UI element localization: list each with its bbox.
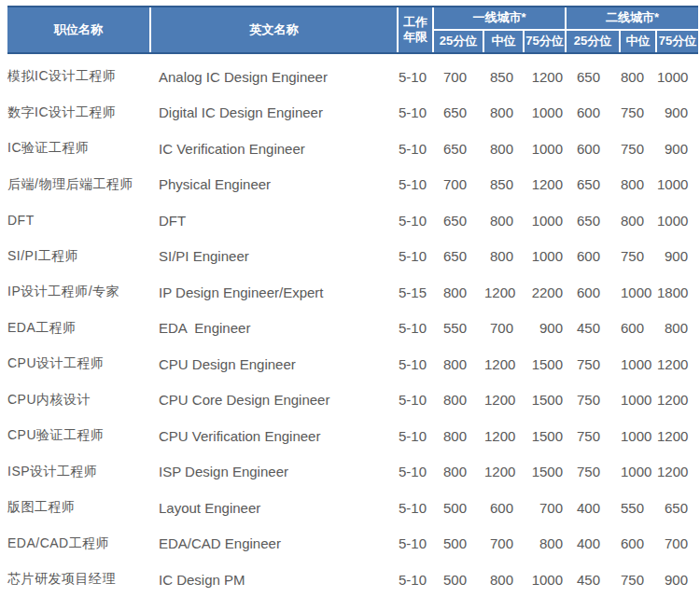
tier1-p25-cell: 650 bbox=[434, 248, 483, 264]
table-row: ISP设计工程师 ISP Design Engineer 5-10 800 12… bbox=[7, 454, 698, 491]
tier2-p75-cell: 900 bbox=[657, 141, 698, 157]
tier1-p75-cell: 1500 bbox=[525, 356, 565, 372]
tier1-p25-header: 25分位 bbox=[434, 31, 483, 52]
tier2-p25-cell: 600 bbox=[567, 248, 619, 264]
job-title-en-cell: ISP Design Engineer bbox=[151, 464, 397, 479]
tier2-p75-cell: 1200 bbox=[657, 464, 698, 479]
tier1-p25-cell: 800 bbox=[434, 464, 483, 479]
tier1-p25-cell: 800 bbox=[434, 285, 483, 300]
job-title-cn-cell: SI/PI工程师 bbox=[7, 248, 149, 265]
job-title-en-cell: EDA/CAD Engineer bbox=[151, 535, 397, 551]
tier2-median-cell: 1000 bbox=[621, 356, 655, 372]
tier2-p25-cell: 650 bbox=[567, 213, 619, 229]
table-row: IC验证工程师 IC Verification Engineer 5-10 65… bbox=[7, 131, 698, 167]
tier2-median-cell: 1000 bbox=[621, 285, 655, 300]
table-row: 芯片研发项目经理 IC Design PM 5-10 500 800 1000 … bbox=[7, 562, 698, 597]
tier1-median-cell: 600 bbox=[484, 500, 523, 516]
job-title-cn-cell: IP设计工程师/专家 bbox=[7, 284, 149, 300]
tier1-median-cell: 700 bbox=[484, 320, 523, 336]
job-title-cn-cell: CPU设计工程师 bbox=[7, 355, 149, 372]
header-work-years-line1: 工作 bbox=[403, 15, 427, 30]
job-title-cn-cell: DFT bbox=[7, 213, 149, 228]
tier2-p75-header: 75分位 bbox=[657, 31, 698, 52]
tier2-median-cell: 750 bbox=[621, 141, 655, 157]
tier2-p75-cell: 1200 bbox=[657, 392, 698, 408]
tier1-p75-cell: 1000 bbox=[525, 141, 565, 157]
tier2-p25-cell: 650 bbox=[567, 69, 619, 85]
tier2-p75-cell: 1000 bbox=[657, 176, 698, 192]
job-title-cn-cell: IC验证工程师 bbox=[7, 140, 149, 157]
job-title-cn-cell: ISP设计工程师 bbox=[7, 464, 149, 480]
table-row: IP设计工程师/专家 IP Design Engineer/Expert 5-1… bbox=[7, 274, 698, 311]
tier2-median-cell: 750 bbox=[621, 572, 655, 588]
tier1-p75-cell: 1200 bbox=[525, 69, 565, 85]
work-years-cell: 5-10 bbox=[399, 104, 432, 120]
tier1-median-cell: 800 bbox=[484, 572, 523, 588]
tier1-median-cell: 800 bbox=[484, 104, 523, 120]
tier1-p75-header: 75分位 bbox=[525, 31, 565, 52]
tier2-median-cell: 750 bbox=[621, 248, 655, 264]
tier1-median-header: 中位 bbox=[484, 31, 523, 52]
tier1-p75-cell: 2200 bbox=[525, 285, 565, 300]
salary-table-page: 职位名称 英文名称 工作 年限 一线城市* 二线城市* 25分位 中位 75分位… bbox=[0, 0, 700, 597]
tier1-median-cell: 1200 bbox=[484, 428, 523, 444]
job-title-cn-cell: EDA工程师 bbox=[7, 320, 149, 337]
tier1-p25-cell: 800 bbox=[434, 428, 483, 444]
job-title-en-cell: Physical Engineer bbox=[151, 176, 397, 192]
job-title-cn-cell: 芯片研发项目经理 bbox=[7, 571, 149, 588]
tier2-median-cell: 750 bbox=[621, 104, 655, 120]
tier1-p75-cell: 900 bbox=[525, 320, 565, 336]
job-title-cn-cell: 版图工程师 bbox=[7, 499, 149, 516]
tier2-median-cell: 800 bbox=[621, 213, 655, 229]
job-title-en-cell: CPU Core Design Engineer bbox=[151, 392, 397, 408]
job-title-cn-cell: EDA/CAD工程师 bbox=[7, 535, 149, 552]
table-row: CPU内核设计 CPU Core Design Engineer 5-10 80… bbox=[7, 382, 698, 419]
tier1-p25-cell: 650 bbox=[434, 141, 483, 157]
work-years-cell: 5-10 bbox=[399, 141, 432, 157]
tier1-p75-cell: 1500 bbox=[525, 464, 565, 479]
table-row: CPU验证工程师 CPU Verification Engineer 5-10 … bbox=[7, 418, 698, 454]
table-row: SI/PI工程师 SI/PI Engineer 5-10 650 800 100… bbox=[7, 239, 698, 275]
tier2-median-cell: 600 bbox=[621, 535, 655, 551]
tier1-median-cell: 1200 bbox=[484, 285, 523, 300]
tier2-p25-cell: 600 bbox=[567, 141, 619, 157]
tier1-p25-cell: 650 bbox=[434, 213, 483, 229]
tier1-p25-cell: 500 bbox=[434, 572, 483, 588]
tier1-median-cell: 800 bbox=[484, 141, 523, 157]
header-job-title-cn: 职位名称 bbox=[7, 7, 149, 52]
table-row: 模拟IC设计工程师 Analog IC Design Engineer 5-10… bbox=[7, 59, 698, 95]
tier2-p25-header: 25分位 bbox=[567, 31, 619, 52]
tier2-p75-cell: 650 bbox=[657, 500, 698, 516]
tier1-p75-cell: 700 bbox=[525, 500, 565, 516]
tier2-p75-cell: 1800 bbox=[657, 285, 698, 300]
tier2-median-cell: 550 bbox=[621, 500, 655, 516]
table-row: EDA/CAD工程师 EDA/CAD Engineer 5-10 500 700… bbox=[7, 526, 698, 562]
work-years-cell: 5-10 bbox=[399, 69, 432, 85]
job-title-en-cell: CPU Verification Engineer bbox=[151, 428, 397, 444]
tier1-median-cell: 1200 bbox=[484, 392, 523, 408]
tier1-p75-cell: 800 bbox=[525, 535, 565, 551]
job-title-cn-cell: CPU验证工程师 bbox=[7, 427, 149, 444]
tier2-p75-cell: 1200 bbox=[657, 428, 698, 444]
tier1-median-cell: 800 bbox=[484, 213, 523, 229]
tier1-p25-cell: 650 bbox=[434, 104, 483, 120]
job-title-cn-cell: CPU内核设计 bbox=[7, 392, 149, 409]
tier2-p25-cell: 400 bbox=[567, 535, 619, 551]
tier2-p75-cell: 1000 bbox=[657, 69, 698, 85]
job-title-en-cell: Analog IC Design Engineer bbox=[151, 69, 397, 85]
table-header: 职位名称 英文名称 工作 年限 一线城市* 二线城市* 25分位 中位 75分位… bbox=[7, 6, 698, 54]
tier2-p25-cell: 450 bbox=[567, 320, 619, 336]
tier1-median-cell: 850 bbox=[484, 176, 523, 192]
table-body: 模拟IC设计工程师 Analog IC Design Engineer 5-10… bbox=[7, 59, 698, 597]
tier2-p75-cell: 700 bbox=[657, 535, 698, 551]
job-title-en-cell: IP Design Engineer/Expert bbox=[151, 285, 397, 300]
tier2-p25-cell: 450 bbox=[567, 572, 619, 588]
tier1-p25-cell: 700 bbox=[434, 176, 483, 192]
tier2-p25-cell: 750 bbox=[567, 464, 619, 479]
job-title-en-cell: IC Verification Engineer bbox=[151, 141, 397, 157]
tier2-p75-cell: 900 bbox=[657, 572, 698, 588]
table-row: EDA工程师 EDA Engineer 5-10 550 700 900 450… bbox=[7, 311, 698, 347]
tier1-group-header: 一线城市* bbox=[434, 7, 565, 29]
table-row: 数字IC设计工程师 Digital IC Design Engineer 5-1… bbox=[7, 95, 698, 132]
tier2-median-cell: 1000 bbox=[621, 392, 655, 408]
